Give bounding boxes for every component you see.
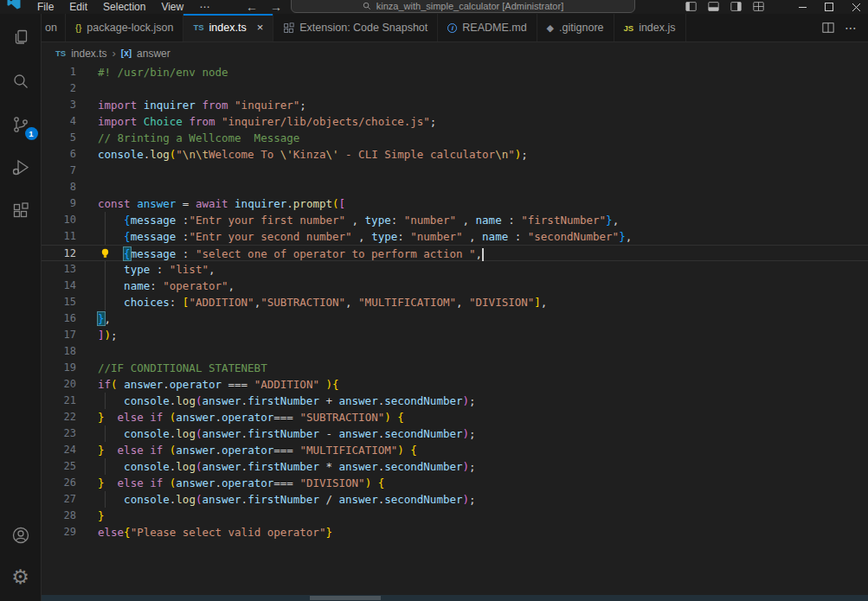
line-number[interactable]: 4 [42,113,76,130]
line-number[interactable]: 14 [42,278,76,294]
tab-extension-code-snapshot[interactable]: Extension: Code Snapshot [273,14,438,42]
code-line[interactable]: 19//IF CONDITIONAL STATENEBT [42,360,868,376]
line-number[interactable]: 20 [42,376,76,393]
code-line[interactable]: 11 {message :"Entr your second number" ,… [42,228,868,245]
code-editor[interactable]: 1#! /usr/bin/env node23import inquirer f… [42,64,868,594]
account-icon[interactable] [7,523,35,547]
code-line[interactable]: 4import Choice from "inquirer/lib/object… [42,113,868,130]
code-line[interactable]: 9const answer = await inquirer.prompt([ [42,195,868,212]
code-line[interactable]: 1#! /usr/bin/env node [42,64,868,80]
code-line[interactable]: 10 {message :"Entr your first number" , … [42,212,868,228]
code-line[interactable]: 20if( answer.operator === "ADDITION" ){ [42,376,868,393]
line-number[interactable]: 23 [42,425,76,442]
toggle-sidebar-icon[interactable] [685,1,697,12]
line-number[interactable]: 24 [42,442,76,458]
line-number[interactable]: 18 [42,343,76,360]
line-number[interactable]: 13 [42,261,76,278]
line-number[interactable]: 12 [42,246,76,260]
maximize-icon[interactable] [817,0,841,14]
search-sidebar-icon[interactable] [7,69,35,93]
menu-file[interactable]: File [31,1,60,13]
toggle-secondary-sidebar-icon[interactable] [730,1,742,12]
line-number[interactable]: 8 [42,179,76,195]
source-control-icon[interactable]: 1 [7,112,35,137]
line-number[interactable]: 11 [42,228,76,245]
code-line[interactable]: 12 {message : "select one of operator to… [42,245,868,261]
tab-more-actions[interactable]: ⋯ [845,21,858,35]
line-number[interactable]: 2 [42,80,76,97]
code-line[interactable]: 23 console.log(answer.firstNumber - answ… [42,425,868,442]
code-line[interactable]: 26} else if (answer.operator=== "DIVISIO… [42,475,868,491]
code-line[interactable]: 5// 8rinting a Wellcome Message [42,130,868,146]
code-line[interactable]: 3import inquirer from "inquirer"; [42,97,868,113]
nav-back-icon[interactable]: ← [246,0,258,14]
code-line[interactable]: 21 console.log(answer.firstNumber + answ… [42,393,868,409]
breadcrumb-separator: › [113,47,116,60]
breadcrumb-symbol[interactable]: answer [137,48,170,60]
tab-.gitignore[interactable]: ◆.gitignore [537,14,614,42]
code-line[interactable]: 14 name: "operator", [42,278,868,294]
line-number[interactable]: 22 [42,409,76,425]
toggle-panel-icon[interactable] [708,1,719,12]
code-line[interactable]: 27 console.log(answer.firstNumber / answ… [42,491,868,508]
horizontal-scrollbar[interactable] [42,595,868,601]
run-debug-icon[interactable] [7,156,35,180]
line-number[interactable]: 28 [42,508,76,524]
close-tab-icon[interactable]: × [257,21,264,34]
lightbulb-icon[interactable] [100,247,111,259]
line-number[interactable]: 3 [42,97,76,113]
tab-on[interactable]: on [42,14,66,42]
line-number[interactable]: 6 [42,146,76,163]
code-line[interactable]: 28} [42,508,868,524]
code-line[interactable]: 15 choices: ["ADDITION","SUBTRACTION", "… [42,294,868,310]
breadcrumb-file[interactable]: index.ts [71,48,106,60]
code-line[interactable]: 13 type : "list", [42,261,868,278]
line-number[interactable]: 26 [42,475,76,491]
line-number[interactable]: 25 [42,458,76,475]
menu-selection[interactable]: Selection [97,1,151,13]
tab-readme.md[interactable]: iREADME.md [438,14,537,42]
line-number[interactable]: 10 [42,212,76,228]
code-line[interactable]: 25 console.log(answer.firstNumber * answ… [42,458,868,475]
line-number[interactable]: 21 [42,393,76,409]
line-number[interactable]: 17 [42,327,76,343]
line-number[interactable]: 1 [42,64,76,80]
explorer-icon[interactable] [7,26,35,50]
code-line[interactable]: 7 [42,163,868,179]
tab-index.js[interactable]: JSindex.js [614,14,686,42]
line-number[interactable]: 27 [42,491,76,508]
line-number[interactable]: 5 [42,130,76,146]
minimize-icon[interactable] [790,0,814,14]
nav-forward-icon[interactable]: → [270,0,282,14]
code-line[interactable]: 29else{"Please select valid operator"} [42,524,868,540]
tab-index.ts[interactable]: TSindex.ts× [183,14,273,42]
split-editor-icon[interactable] [822,22,834,34]
line-number[interactable]: 19 [42,360,76,376]
code-line[interactable]: 16}, [42,310,868,327]
line-number[interactable]: 9 [42,195,76,212]
tab-package-lock.json[interactable]: {}package-lock.json [66,14,183,42]
customize-layout-icon[interactable] [753,1,764,12]
code-line[interactable]: 22} else if (answer.operator=== "SUBTRAC… [42,409,868,425]
code-line[interactable]: 2 [42,80,868,97]
code-line[interactable]: 17]); [42,327,868,343]
code-line[interactable]: 8 [42,179,868,195]
extensions-icon[interactable] [7,199,35,223]
code-line[interactable]: 6console.log("\n\tWelcome To \'Kinza\' -… [42,146,868,163]
menu-edit[interactable]: Edit [63,1,93,13]
glyph-margin [76,179,98,195]
command-center-search[interactable]: kinza_with_simple_calculator [Administra… [291,0,635,13]
line-number[interactable]: 15 [42,294,76,310]
close-window-icon[interactable] [844,0,868,14]
code-line[interactable]: 24} else if (answer.operator=== "MULTIFI… [42,442,868,458]
menu-more[interactable]: ⋯ [193,1,215,13]
settings-gear-icon[interactable]: ⚙ [7,565,35,589]
indent-guide [105,425,106,442]
scrollbar-thumb[interactable] [310,596,381,600]
line-number[interactable]: 16 [42,310,76,327]
line-number[interactable]: 7 [42,163,76,179]
line-number[interactable]: 29 [42,524,76,540]
code-text: // 8rinting a Wellcome Message [98,130,299,146]
code-line[interactable]: 18 [42,343,868,360]
menu-view[interactable]: View [155,1,190,13]
